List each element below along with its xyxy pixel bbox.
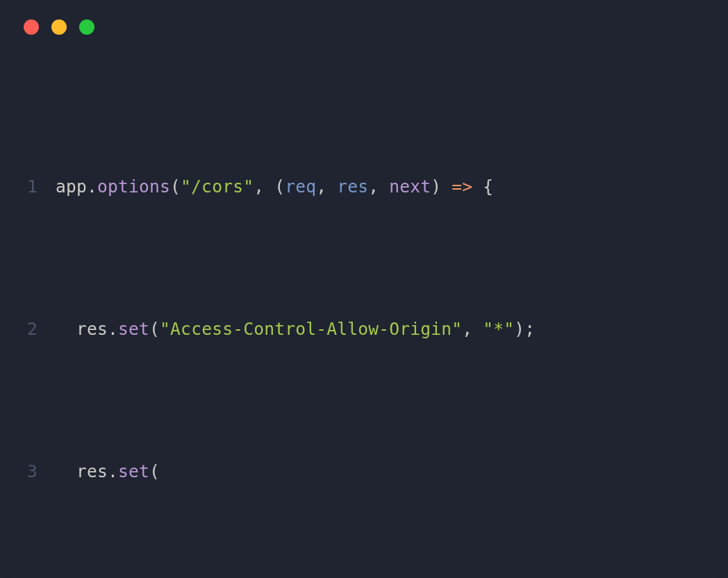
code-line: 1 app.options("/cors", (req, res, next) … <box>14 172 728 201</box>
code-editor[interactable]: 1 app.options("/cors", (req, res, next) … <box>0 58 728 578</box>
code-line: 2 res.set("Access-Control-Allow-Origin",… <box>14 315 728 343</box>
zoom-icon[interactable] <box>79 19 94 35</box>
minimize-icon[interactable] <box>51 19 67 35</box>
code-content: app.options("/cors", (req, res, next) =>… <box>56 172 493 201</box>
close-icon[interactable] <box>24 19 39 35</box>
line-number: 2 <box>14 315 56 343</box>
code-window: 1 app.options("/cors", (req, res, next) … <box>0 0 728 578</box>
line-number: 1 <box>14 172 56 201</box>
line-number: 3 <box>14 457 56 486</box>
code-line: 3 res.set( <box>14 457 728 486</box>
code-content: res.set("Access-Control-Allow-Origin", "… <box>56 315 535 343</box>
window-controls <box>0 19 728 58</box>
code-content: res.set( <box>56 457 160 486</box>
